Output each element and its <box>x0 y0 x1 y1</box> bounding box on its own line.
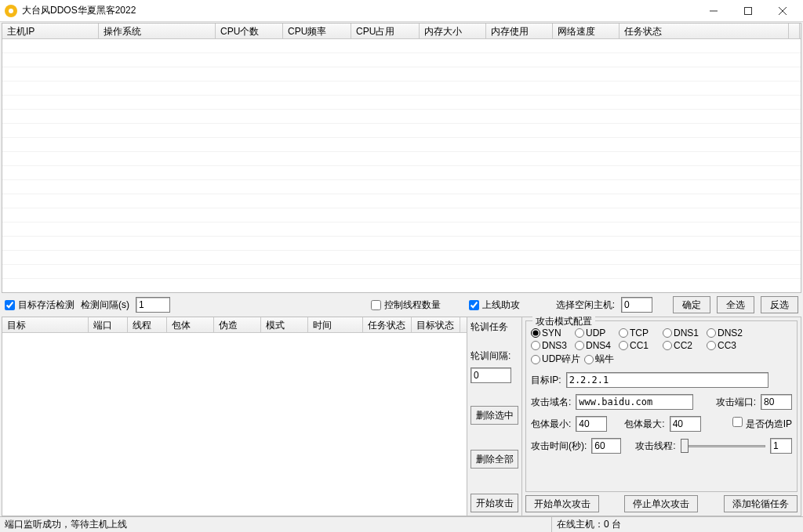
pkt-min-input[interactable] <box>576 416 607 432</box>
bottom-panel: 目标 端口 线程 包体 伪造 模式 时间 任务状态 目标状态 轮训任务 轮训间隔… <box>2 317 801 516</box>
online-assist-label: 上线助攻 <box>482 299 520 312</box>
interval-label: 检测间隔(s) <box>81 299 129 312</box>
mode-tcp[interactable]: TCP <box>619 328 663 338</box>
col-cpu-count[interactable]: CPU个数 <box>216 24 283 38</box>
mode-syn[interactable]: SYN <box>531 328 575 338</box>
hosts-grid-body[interactable] <box>2 39 801 292</box>
time-input[interactable] <box>591 438 621 454</box>
polling-interval-label: 轮训间隔: <box>471 349 518 363</box>
alive-check-label: 目标存活检测 <box>18 299 74 312</box>
mode-cc3[interactable]: CC3 <box>707 340 750 351</box>
app-icon <box>5 5 17 17</box>
col-threads[interactable]: 线程 <box>128 317 167 332</box>
mode-cc2[interactable]: CC2 <box>663 340 707 351</box>
tasks-grid[interactable]: 目标 端口 线程 包体 伪造 模式 时间 任务状态 目标状态 <box>2 317 467 516</box>
idle-count-input[interactable] <box>621 297 652 313</box>
select-idle-label: 选择空闲主机: <box>556 299 615 312</box>
attack-mode-fieldset: 攻击模式配置 SYN UDP TCP DNS1 DNS2 DNS3 DNS4 C… <box>525 320 798 492</box>
mode-dns3[interactable]: DNS3 <box>531 340 575 351</box>
threads-label: 攻击线程: <box>635 440 675 453</box>
col-task-status[interactable]: 任务状态 <box>620 24 789 38</box>
interval-input[interactable] <box>136 297 170 313</box>
thread-control-checkbox[interactable]: 控制线程数量 <box>371 299 441 312</box>
mode-snail[interactable]: 蜗牛 <box>584 353 628 366</box>
spoof-ip-checkbox[interactable]: 是否伪造IP <box>732 417 792 431</box>
confirm-button[interactable]: 确定 <box>673 296 710 313</box>
polling-title: 轮训任务 <box>471 320 518 334</box>
col-cpu-freq[interactable]: CPU频率 <box>283 24 351 38</box>
port-label: 攻击端口: <box>716 396 756 409</box>
svg-rect-1 <box>745 7 752 14</box>
start-once-button[interactable]: 开始单次攻击 <box>525 495 599 512</box>
col-cpu-usage[interactable]: CPU占用 <box>351 24 420 38</box>
threads-slider[interactable] <box>681 439 765 453</box>
mode-dns1[interactable]: DNS1 <box>663 328 707 338</box>
status-bar: 端口监听成功，等待主机上线 在线主机：0 台 <box>0 516 803 532</box>
col-os[interactable]: 操作系统 <box>99 24 216 38</box>
action-row: 开始单次攻击 停止单次攻击 添加轮循任务 <box>522 492 801 516</box>
col-host-ip[interactable]: 主机IP <box>2 24 99 38</box>
attack-config-panel: 攻击模式配置 SYN UDP TCP DNS1 DNS2 DNS3 DNS4 C… <box>522 317 801 516</box>
config-legend: 攻击模式配置 <box>532 315 595 328</box>
mode-cc1[interactable]: CC1 <box>619 340 663 351</box>
col-spacer <box>789 24 800 38</box>
col-mode[interactable]: 模式 <box>261 317 308 332</box>
threads-input[interactable] <box>770 438 792 454</box>
options-bar: 目标存活检测 检测间隔(s) 控制线程数量 上线助攻 选择空闲主机: 确定 全选… <box>0 293 803 317</box>
col-mem-usage[interactable]: 内存使用 <box>486 24 553 38</box>
add-loop-task-button[interactable]: 添加轮循任务 <box>724 495 798 512</box>
thread-control-label: 控制线程数量 <box>384 299 441 312</box>
invert-selection-button[interactable]: 反选 <box>761 296 798 313</box>
hosts-grid[interactable]: 主机IP 操作系统 CPU个数 CPU频率 CPU占用 内存大小 内存使用 网络… <box>2 23 801 293</box>
polling-interval-input[interactable] <box>471 367 511 383</box>
mode-udp[interactable]: UDP <box>575 328 619 338</box>
delete-selected-button[interactable]: 删除选中 <box>471 406 518 425</box>
window-title: 大台风DDOS华夏黑客2022 <box>22 4 136 17</box>
mode-dns2[interactable]: DNS2 <box>707 328 750 338</box>
target-ip-input[interactable] <box>566 372 768 388</box>
target-ip-label: 目标IP: <box>531 374 561 387</box>
stop-once-button[interactable]: 停止单次攻击 <box>624 495 698 512</box>
spoof-ip-label: 是否伪造IP <box>746 418 792 429</box>
hosts-grid-header: 主机IP 操作系统 CPU个数 CPU频率 CPU占用 内存大小 内存使用 网络… <box>2 24 801 39</box>
online-assist-checkbox[interactable]: 上线助攻 <box>469 299 520 312</box>
col-tstatus[interactable]: 任务状态 <box>363 317 412 332</box>
col-packet[interactable]: 包体 <box>167 317 214 332</box>
polling-panel: 轮训任务 轮训间隔: 删除选中 删除全部 开始攻击 <box>467 317 522 516</box>
col-mem-size[interactable]: 内存大小 <box>420 24 486 38</box>
status-left: 端口监听成功，等待主机上线 <box>0 517 552 532</box>
col-spoof[interactable]: 伪造 <box>214 317 261 332</box>
pkt-min-label: 包体最小: <box>531 418 571 431</box>
delete-all-button[interactable]: 删除全部 <box>471 450 518 469</box>
tasks-grid-body[interactable] <box>2 333 467 516</box>
col-time[interactable]: 时间 <box>308 317 363 332</box>
col-tgtstatus[interactable]: 目标状态 <box>412 317 460 332</box>
port-input[interactable] <box>761 394 792 410</box>
status-right: 在线主机：0 台 <box>552 517 803 532</box>
maximize-button[interactable] <box>731 1 765 21</box>
mode-udp-frag[interactable]: UDP碎片 <box>531 353 584 366</box>
col-port[interactable]: 端口 <box>89 317 128 332</box>
mode-radio-group: SYN UDP TCP DNS1 DNS2 DNS3 DNS4 CC1 CC2 … <box>531 328 792 366</box>
close-button[interactable] <box>765 1 800 21</box>
col-target[interactable]: 目标 <box>2 317 89 332</box>
domain-label: 攻击域名: <box>531 396 571 409</box>
tasks-grid-header: 目标 端口 线程 包体 伪造 模式 时间 任务状态 目标状态 <box>2 317 467 333</box>
start-attack-button[interactable]: 开始攻击 <box>471 494 518 512</box>
select-all-button[interactable]: 全选 <box>717 296 754 313</box>
pkt-max-label: 包体最大: <box>624 418 664 431</box>
time-label: 攻击时间(秒): <box>531 440 587 453</box>
minimize-button[interactable] <box>696 1 731 21</box>
alive-check-checkbox[interactable]: 目标存活检测 <box>5 299 74 312</box>
title-bar: 大台风DDOS华夏黑客2022 <box>0 0 803 22</box>
col-net-speed[interactable]: 网络速度 <box>553 24 620 38</box>
mode-dns4[interactable]: DNS4 <box>575 340 619 351</box>
domain-input[interactable] <box>576 394 693 410</box>
pkt-max-input[interactable] <box>670 416 701 432</box>
